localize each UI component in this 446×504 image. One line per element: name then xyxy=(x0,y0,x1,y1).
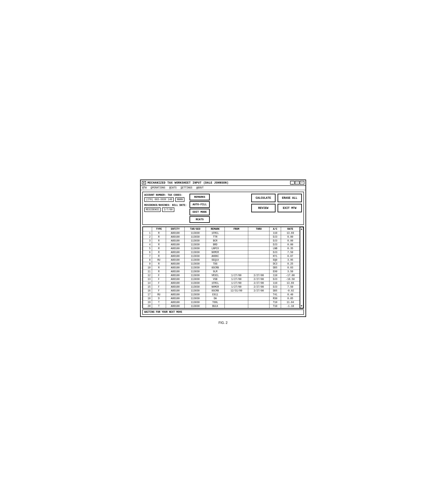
table-row[interactable]: 20TAOO100113830BULKT10-1.18 xyxy=(143,304,300,308)
menu-rcats[interactable]: RCATS xyxy=(169,186,177,189)
col-ac: A/C xyxy=(269,227,281,231)
col-tar-geo: TAR/GEO xyxy=(185,227,206,231)
bill-date-value[interactable]: 2/7/00 xyxy=(162,207,174,212)
maximize-button[interactable]: □ xyxy=(295,181,299,185)
menu-settings[interactable]: SETTINGS xyxy=(181,186,192,189)
auto-fill-button[interactable]: AUTO-FILL xyxy=(189,201,210,208)
table-row[interactable]: 17RUAOO100113830E911T410.40 xyxy=(143,293,300,297)
table-row[interactable]: 18DAOO100113830DAR300.85 xyxy=(143,297,300,300)
table-row[interactable]: 16FAOO1001138308SCRB12/31/992/27/00DD5-0… xyxy=(143,289,300,293)
col-entity: ENTITY xyxy=(166,227,185,231)
col-rate: RATE xyxy=(281,227,300,231)
title-bar: ▦ MECHANIZED TAX WORKSHEET INPUT (DALE J… xyxy=(141,180,305,186)
account-number-label: ACCOUNT NUMBER: xyxy=(144,194,166,197)
data-table: TYPE ENTITY TAR/GEO REMARK FROM THRU A/C… xyxy=(143,227,300,308)
scrollbar[interactable]: ▲ ▼ xyxy=(300,227,303,308)
main-window: ▦ MECHANIZED TAX WORKSHEET INPUT (DALE J… xyxy=(140,180,306,317)
minimize-button[interactable]: _ xyxy=(290,181,295,185)
menu-about[interactable]: ABOUT xyxy=(196,186,204,189)
table-row[interactable]: 14FAOO1001138301FRCL1/27/002/27/0011013.… xyxy=(143,281,300,285)
top-section: ACCOUNT NUMBER: TAX CODES: (270) 683-XXX… xyxy=(142,192,304,225)
title-icon: ▦ xyxy=(142,181,146,184)
table-header-row: TYPE ENTITY TAR/GEO REMARK FROM THRU A/C… xyxy=(143,227,300,231)
table-row[interactable]: 2RAOO100113830TTRDJ30.00 xyxy=(143,235,300,239)
status-bar: WAITING FOR YOUR NEXT MOVE xyxy=(142,309,304,315)
scroll-down-arrow[interactable]: ▼ xyxy=(301,305,302,307)
calculate-button[interactable]: CALCULATE xyxy=(251,194,276,202)
table-row[interactable]: 6RAOO100113830NXMCRDJ37.50 xyxy=(143,250,300,254)
erase-all-button[interactable]: ERASE ALL xyxy=(278,194,302,202)
col-remark: REMARK xyxy=(206,227,225,231)
menu-bar: MTW OPERATIONS RCATS SETTINGS ABOUT xyxy=(141,186,305,190)
col-from: FROM xyxy=(224,227,248,231)
review-button[interactable]: REVIEW xyxy=(251,204,276,212)
table-row[interactable]: 10RAOO1001138308SCRBDD50.03 xyxy=(143,266,300,270)
edit-mode-button[interactable]: EDIT MODE xyxy=(189,209,210,215)
window-title: MECHANIZED TAX WORKSHEET INPUT (DALE JOH… xyxy=(148,181,229,184)
remarks-button[interactable]: REMARKS xyxy=(189,194,210,200)
table-row[interactable]: 15FAOO100113830NXMCR1/27/002/27/00DJ37.5… xyxy=(143,285,300,289)
residence-busines-label: RESIDENCE/BUSINES: xyxy=(144,204,171,207)
table-row[interactable]: 8RUAOO100113830SEQ1XEQ03.95 xyxy=(143,258,300,262)
table-row[interactable]: 12FAOO100113830VR3CL1/27/002/27/00110-17… xyxy=(143,273,300,277)
exit-mtw-button[interactable]: EXIT MTW xyxy=(278,204,302,212)
table-row[interactable]: 3RAOO100113830BCRDJ30.00 xyxy=(143,239,300,243)
table-row[interactable]: 1RAOO1001138301FRCL11013.69 xyxy=(143,231,300,235)
menu-operations[interactable]: OPERATIONS xyxy=(151,186,165,189)
rcats-button[interactable]: RCATS xyxy=(189,216,210,223)
table-row[interactable]: 9RAOO100113830TDGDC30.25 xyxy=(143,262,300,266)
scroll-up-arrow[interactable]: ▲ xyxy=(301,228,302,231)
status-text: WAITING FOR YOUR NEXT MOVE xyxy=(144,311,182,314)
table-row[interactable]: 13FAOO100113830VSB1/27/002/27/00DJ3-16.5… xyxy=(143,277,300,281)
table-row[interactable]: 5RAOO100113830LNPCXLNB0.35 xyxy=(143,247,300,250)
tax-codes-value[interactable]: NNNN xyxy=(175,197,185,202)
tax-codes-label: TAX CODES: xyxy=(168,194,182,197)
table-row[interactable]: 4RAOO100113830BRDDJ30.00 xyxy=(143,243,300,247)
table-row[interactable]: 7RAOO100113830AH8KCKY10.07 xyxy=(143,254,300,258)
close-button[interactable]: × xyxy=(300,181,304,185)
figure-label: FIG. 2 xyxy=(219,321,227,325)
account-number-value[interactable]: (270) 683-XXXX 140 xyxy=(144,197,174,202)
data-table-section: TYPE ENTITY TAR/GEO REMARK FROM THRU A/C… xyxy=(142,227,304,309)
col-type: TYPE xyxy=(152,227,166,231)
big-buttons-area: CALCULATE ERASE ALL REVIEW EXIT MTW xyxy=(251,194,302,212)
col-num xyxy=(143,227,152,231)
account-block: ACCOUNT NUMBER: TAX CODES: (270) 683-XXX… xyxy=(144,194,187,212)
bill-date-label: BILL DATE: xyxy=(172,204,187,207)
table-row[interactable]: 19TAOO100113830TOOLT1011.84 xyxy=(143,300,300,304)
col-thru: THRU xyxy=(248,227,269,231)
menu-mtw[interactable]: MTW xyxy=(142,186,147,189)
residence-value[interactable]: RESIDENCE xyxy=(144,207,161,212)
action-buttons-block: REMARKS AUTO-FILL EDIT MODE RCATS xyxy=(189,194,210,223)
table-row[interactable]: 11RAOO1001138309LMEX03.50 xyxy=(143,270,300,273)
